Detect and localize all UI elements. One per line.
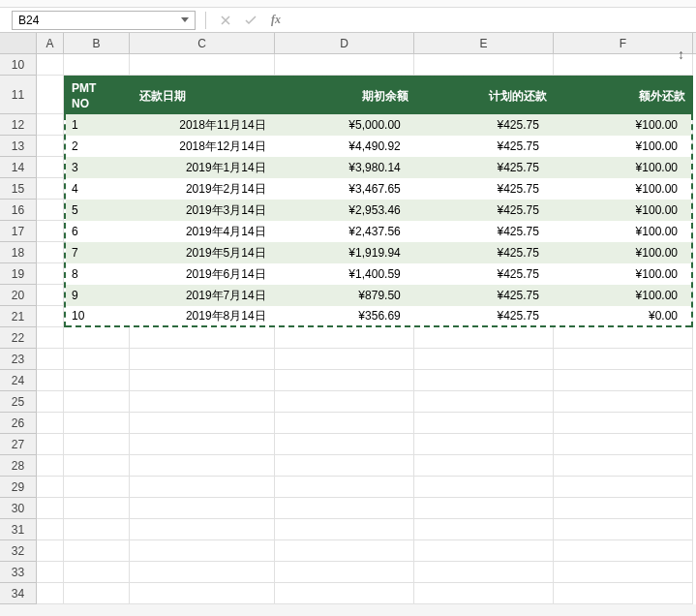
cell[interactable] [554,498,693,519]
cell[interactable] [37,413,64,434]
table-row[interactable]: 22018年12月14日¥4,490.92¥425.75¥100.00 [66,136,691,157]
row-header[interactable]: 30 [0,498,37,519]
table-cell[interactable]: ¥425.75 [414,309,553,323]
table-cell[interactable]: 2019年5月14日 [132,245,276,262]
table-row[interactable]: 102019年8月14日¥356.69¥425.75¥0.00 [66,306,691,327]
cell[interactable] [37,349,64,370]
cell[interactable] [275,434,414,455]
cell[interactable] [130,370,275,391]
cell[interactable] [64,413,130,434]
cell[interactable] [64,519,130,540]
table-cell[interactable]: ¥0.00 [553,309,691,323]
cell[interactable] [37,157,64,178]
table-row[interactable]: 82019年6月14日¥1,400.59¥425.75¥100.00 [66,263,691,285]
row-header[interactable]: 23 [0,349,37,370]
row-header[interactable]: 33 [0,562,37,583]
table-row[interactable]: 32019年1月14日¥3,980.14¥425.75¥100.00 [66,157,691,178]
cell[interactable] [64,498,130,519]
table-cell[interactable]: ¥425.75 [414,118,553,132]
name-box-dropdown-icon[interactable] [181,17,189,22]
cell[interactable] [554,327,693,349]
cell[interactable] [64,54,130,76]
col-header[interactable]: B [64,33,130,53]
row-header[interactable]: 31 [0,519,37,540]
table-cell[interactable]: ¥100.00 [553,203,691,217]
cell[interactable] [64,391,130,413]
cell[interactable] [130,54,275,76]
table-row[interactable]: 72019年5月14日¥1,919.94¥425.75¥100.00 [66,242,691,263]
table-cell[interactable]: ¥425.75 [414,182,553,196]
cell[interactable] [414,327,554,349]
cell[interactable] [37,434,64,455]
cell[interactable] [414,519,554,540]
cell[interactable] [554,583,693,604]
cell[interactable] [554,370,693,391]
row-header[interactable]: 17 [0,221,37,242]
row-header[interactable]: 28 [0,455,37,477]
cell[interactable] [414,434,554,455]
cell[interactable] [554,54,693,76]
cell[interactable] [64,327,130,349]
cell[interactable] [554,413,693,434]
col-header[interactable]: C [130,33,275,53]
cell[interactable] [275,370,414,391]
table-row[interactable]: 12018年11月14日¥5,000.00¥425.75¥100.00 [66,114,691,136]
row-header[interactable]: 25 [0,391,37,413]
table-cell[interactable]: ¥3,467.65 [276,182,414,196]
cell[interactable] [554,519,693,540]
cell[interactable] [130,562,275,583]
cell[interactable] [37,583,64,604]
cell[interactable] [414,413,554,434]
cell[interactable] [414,562,554,583]
row-header[interactable]: 11 [0,76,37,114]
table-cell[interactable]: 7 [66,246,132,260]
table-cell[interactable]: 2 [66,139,132,153]
name-box[interactable]: B24 [12,11,196,30]
cell[interactable] [130,455,275,477]
table-cell[interactable]: ¥425.75 [414,267,553,281]
table-cell[interactable]: 2018年12月14日 [132,139,276,155]
row-header[interactable]: 18 [0,242,37,263]
cell[interactable] [414,540,554,562]
table-cell[interactable]: ¥100.00 [553,118,691,132]
formula-input[interactable] [289,11,696,30]
cell[interactable] [275,54,414,76]
cell[interactable] [37,76,64,114]
cell[interactable] [130,498,275,519]
table-cell[interactable]: 2019年6月14日 [132,266,276,283]
cell[interactable] [37,562,64,583]
table-cell[interactable]: ¥100.00 [553,267,691,281]
cell[interactable] [130,477,275,498]
row-header[interactable]: 14 [0,157,37,178]
cell[interactable] [275,349,414,370]
cell[interactable] [64,583,130,604]
cell[interactable] [275,413,414,434]
table-cell[interactable]: ¥425.75 [414,289,553,302]
table-header-cell[interactable]: 计划的还款 [414,86,553,107]
cell[interactable] [275,391,414,413]
fx-icon[interactable]: fx [268,13,284,28]
cell[interactable] [64,434,130,455]
table-cell[interactable]: 2019年8月14日 [132,308,276,324]
table-cell[interactable]: ¥100.00 [553,182,691,196]
row-header[interactable]: 32 [0,540,37,562]
cell[interactable] [37,540,64,562]
col-header[interactable]: F [554,33,693,53]
cell[interactable] [275,327,414,349]
table-cell[interactable]: 9 [66,289,132,302]
row-header[interactable]: 29 [0,477,37,498]
row-header[interactable]: 26 [0,413,37,434]
row-header[interactable]: 15 [0,178,37,200]
cell[interactable] [37,114,64,136]
row-header[interactable]: 22 [0,327,37,349]
table-cell[interactable]: 1 [66,118,132,132]
cell[interactable] [414,391,554,413]
table-cell[interactable]: 2019年1月14日 [132,160,276,176]
table-cell[interactable]: ¥1,400.59 [276,267,414,281]
cell[interactable] [554,349,693,370]
cell[interactable] [275,583,414,604]
col-header[interactable]: E [414,33,554,53]
cell[interactable] [37,306,64,327]
table-header-cell[interactable]: 额外还款 [553,86,691,107]
row-header[interactable]: 13 [0,136,37,157]
